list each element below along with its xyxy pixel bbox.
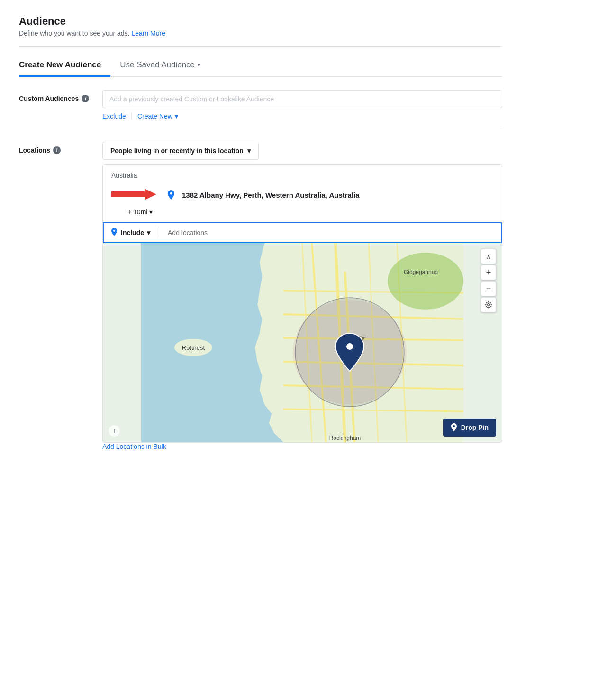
map-collapse-button[interactable]: ∧ [481,249,496,264]
page-title: Audience [19,15,502,27]
radius-button[interactable]: + 10mi ▾ [127,208,153,216]
locations-content: People living in or recently in this loc… [102,142,502,450]
custom-audiences-content: Exclude | Create New ▾ [102,90,502,120]
location-entry: 1382 Albany Hwy, Perth, Western Australi… [103,183,502,205]
map-container: Rottnest [103,243,502,442]
page-subtitle: Define who you want to see your ads. Lea… [19,29,502,37]
pipe-divider: | [131,112,133,120]
map-controls: ∧ + − [481,249,496,312]
svg-text:☞: ☞ [358,333,367,344]
svg-marker-0 [111,189,156,200]
svg-text:Gidgegannup: Gidgegannup [404,269,438,275]
include-divider [159,227,159,238]
svg-point-24 [486,302,491,308]
red-arrow-indicator [111,188,156,202]
drop-pin-icon [451,423,457,432]
map-locate-button[interactable] [481,297,496,312]
locations-info-icon[interactable]: i [53,146,61,154]
radius-row: + 10mi ▾ [103,205,502,222]
chevron-down-icon: ▾ [247,147,251,155]
chevron-down-icon: ▾ [147,229,150,237]
locations-dropdown-button[interactable]: People living in or recently in this loc… [102,142,259,160]
svg-point-20 [346,343,353,350]
red-arrow-svg [111,188,156,201]
include-pin-icon [110,228,118,237]
map-zoom-out-button[interactable]: − [481,281,496,296]
locations-row: Locations i People living in or recently… [19,142,502,450]
custom-audiences-link-row: Exclude | Create New ▾ [102,112,502,120]
locations-label: Locations i [19,142,95,154]
add-locations-input[interactable] [161,224,501,241]
locate-icon [484,301,493,309]
tab-create-new-audience[interactable]: Create New Audience [19,55,110,77]
tab-use-saved-audience[interactable]: Use Saved Audience ▾ [110,55,210,77]
learn-more-link[interactable]: Learn More [131,29,165,37]
tabs-row: Create New Audience Use Saved Audience ▾ [19,55,502,77]
svg-point-17 [388,253,463,310]
custom-audiences-label: Custom Audiences i [19,90,95,102]
custom-audiences-info-icon[interactable]: i [82,95,89,102]
custom-audiences-row: Custom Audiences i Exclude | Create New … [19,90,502,120]
add-locations-bulk-link[interactable]: Add Locations in Bulk [102,443,166,450]
create-new-button[interactable]: Create New ▾ [137,112,178,120]
include-bar: Include ▾ [103,222,502,243]
chevron-down-icon: ▾ [149,208,153,216]
map-svg: Rottnest [103,243,502,442]
map-zoom-in-button[interactable]: + [481,265,496,280]
location-address: 1382 Albany Hwy, Perth, Western Australi… [182,191,360,199]
location-box: Australia 1382 Albany H [102,164,502,443]
custom-audiences-input[interactable] [102,90,502,108]
chevron-down-icon: ▾ [175,112,178,120]
svg-text:Rockingham: Rockingham [329,435,361,441]
map-info-icon[interactable]: i [109,425,120,437]
svg-text:Rottnest: Rottnest [182,344,205,351]
svg-point-23 [488,304,490,306]
drop-pin-button[interactable]: Drop Pin [443,419,496,437]
header-divider [19,46,502,47]
section-divider [19,128,502,128]
audience-section-header: Audience Define who you want to see your… [19,15,502,37]
include-button[interactable]: Include ▾ [104,223,157,242]
location-pin-icon [167,190,175,201]
location-country: Australia [103,165,502,183]
locations-section: Locations i People living in or recently… [19,142,502,450]
chevron-down-icon: ▾ [198,62,200,68]
exclude-link[interactable]: Exclude [102,112,126,120]
